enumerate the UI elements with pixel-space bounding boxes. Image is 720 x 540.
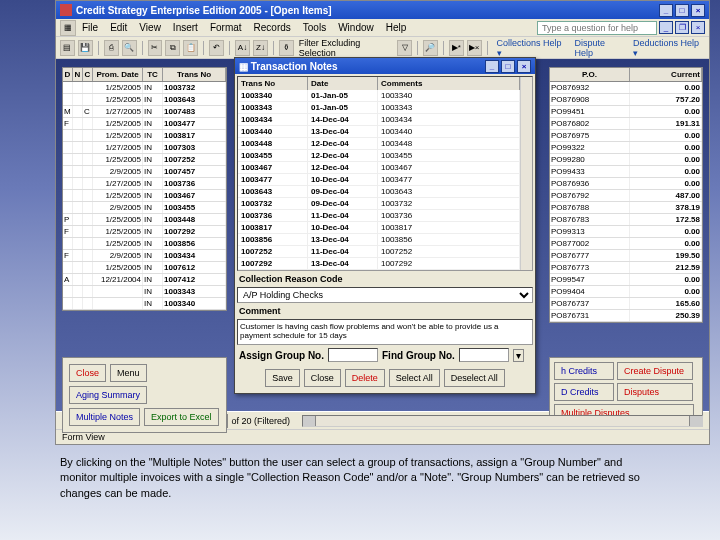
comment-textarea[interactable]: Customer is having cash flow problems an… [237,319,533,345]
notes-table-body[interactable]: 100334001-Jan-051003340100334301-Jan-051… [238,90,520,270]
dcredits-button[interactable]: D Credits [554,383,614,401]
col-tc[interactable]: TC [143,68,163,81]
menu-edit[interactable]: Edit [104,20,133,35]
dialog-close-icon[interactable]: × [517,60,531,73]
modal-save-button[interactable]: Save [265,369,300,387]
table-row[interactable]: PO993220.00 [550,142,702,154]
copy-icon[interactable]: ⧉ [165,40,180,56]
table-row[interactable]: PO995470.00 [550,274,702,286]
table-row[interactable]: F2/9/2005IN1003434 [63,250,226,262]
filter-sel-icon[interactable]: ⚱ [279,40,294,56]
table-row[interactable]: 100373611-Dec-041003736 [238,210,520,222]
table-row[interactable]: IN1003340 [63,298,226,310]
table-row[interactable]: 1/25/2005IN1003856 [63,238,226,250]
table-row[interactable]: 100345512-Dec-041003455 [238,150,520,162]
col-po[interactable]: P.O. [550,68,630,81]
paste-icon[interactable]: 📋 [183,40,198,56]
table-row[interactable]: PO993130.00 [550,226,702,238]
find-group-input[interactable] [459,348,509,362]
horizontal-scrollbar[interactable] [302,415,703,427]
disputes-button[interactable]: Disputes [617,383,693,401]
table-row[interactable]: 100729213-Dec-041007292 [238,258,520,270]
print-icon[interactable]: ⎙ [104,40,119,56]
multiple-notes-button[interactable]: Multiple Notes [69,408,140,426]
collections-help-link[interactable]: Collections Help ▾ [493,38,568,58]
menu-records[interactable]: Records [248,20,297,35]
mdi-minimize-icon[interactable]: _ [659,21,673,34]
table-row[interactable]: 2/9/2005IN1007457 [63,166,226,178]
table-row[interactable]: PO8769320.00 [550,82,702,94]
assign-group-input[interactable] [328,348,378,362]
table-row[interactable]: 1/25/2005IN1007612 [63,262,226,274]
form-icon[interactable]: ▦ [60,20,76,36]
export-excel-button[interactable]: Export to Excel [144,408,219,426]
aging-summary-button[interactable]: Aging Summary [69,386,147,404]
help-search-input[interactable] [537,21,657,35]
table-row[interactable]: PO8769360.00 [550,178,702,190]
table-row[interactable]: PO8770020.00 [550,238,702,250]
menu-view[interactable]: View [133,20,167,35]
reason-code-select[interactable]: A/P Holding Checks [237,287,533,303]
cut-icon[interactable]: ✂ [148,40,163,56]
mcol-transno[interactable]: Trans No [238,77,308,90]
col-n[interactable]: N [73,68,83,81]
del-rec-icon[interactable]: ▶× [467,40,482,56]
table-row[interactable]: 100343414-Dec-041003434 [238,114,520,126]
table-row[interactable]: 1/25/2005IN1007252 [63,154,226,166]
table-row[interactable]: 100725211-Dec-041007252 [238,246,520,258]
preview-icon[interactable]: 🔍 [122,40,137,56]
table-row[interactable]: 100381710-Dec-041003817 [238,222,520,234]
table-row[interactable]: PO8769750.00 [550,130,702,142]
sort-asc-icon[interactable]: A↓ [235,40,250,56]
table-row[interactable]: 1/25/2005IN1003643 [63,94,226,106]
mdi-close-icon[interactable]: × [691,21,705,34]
menu-tools[interactable]: Tools [297,20,332,35]
sort-desc-icon[interactable]: Z↓ [253,40,268,56]
table-row[interactable]: PO876737165.60 [550,298,702,310]
menu-button[interactable]: Menu [110,364,147,382]
table-row[interactable]: 2/9/2005IN1003455 [63,202,226,214]
table-row[interactable]: PO876777199.50 [550,250,702,262]
table-row[interactable]: PO876731250.39 [550,310,702,322]
table-row[interactable]: 100334001-Jan-051003340 [238,90,520,102]
table-row[interactable]: PO994040.00 [550,286,702,298]
menu-insert[interactable]: Insert [167,20,204,35]
close-icon[interactable]: × [691,4,705,17]
table-row[interactable]: 1/25/2005IN1003467 [63,190,226,202]
menu-window[interactable]: Window [332,20,380,35]
table-row[interactable]: PO876792487.00 [550,190,702,202]
mcol-comments[interactable]: Comments [378,77,520,90]
menu-file[interactable]: File [76,20,104,35]
table-row[interactable]: 100334301-Jan-051003343 [238,102,520,114]
table-row[interactable]: PO876783172.58 [550,214,702,226]
new-rec-icon[interactable]: ▶* [449,40,464,56]
table-row[interactable]: F1/25/2005IN1007292 [63,226,226,238]
col-current[interactable]: Current [630,68,702,81]
table-row[interactable]: 100373209-Dec-041003732 [238,198,520,210]
find-icon[interactable]: 🔎 [423,40,438,56]
grid-view-icon[interactable]: ▤ [60,40,75,56]
col-promdate[interactable]: Prom. Date [93,68,143,81]
table-row[interactable]: 100346712-Dec-041003467 [238,162,520,174]
table-row[interactable]: PO994510.00 [550,106,702,118]
mdi-restore-icon[interactable]: ❐ [675,21,689,34]
dialog-minimize-icon[interactable]: _ [485,60,499,73]
save-icon[interactable]: 💾 [78,40,93,56]
col-transno[interactable]: Trans No [163,68,226,81]
table-row[interactable]: 100364309-Dec-041003643 [238,186,520,198]
table-row[interactable]: PO876908757.20 [550,94,702,106]
filter-excl-label[interactable]: Filter Excluding Selection [297,38,394,58]
table-row[interactable]: MC1/27/2005IN1007483 [63,106,226,118]
table-row[interactable]: 100344812-Dec-041003448 [238,138,520,150]
col-d[interactable]: D [63,68,73,81]
left-grid-body[interactable]: 1/25/2005IN10037321/25/2005IN1003643MC1/… [63,82,226,310]
table-row[interactable]: 100344013-Dec-041003440 [238,126,520,138]
menu-format[interactable]: Format [204,20,248,35]
table-row[interactable]: F1/25/2005IN1003477 [63,118,226,130]
minimize-icon[interactable]: _ [659,4,673,17]
table-row[interactable]: PO876788378.19 [550,202,702,214]
table-row[interactable]: 1/25/2005IN1003732 [63,82,226,94]
credits-button[interactable]: h Credits [554,362,614,380]
table-row[interactable]: PO994330.00 [550,166,702,178]
table-row[interactable]: 1/27/2005IN1003736 [63,178,226,190]
